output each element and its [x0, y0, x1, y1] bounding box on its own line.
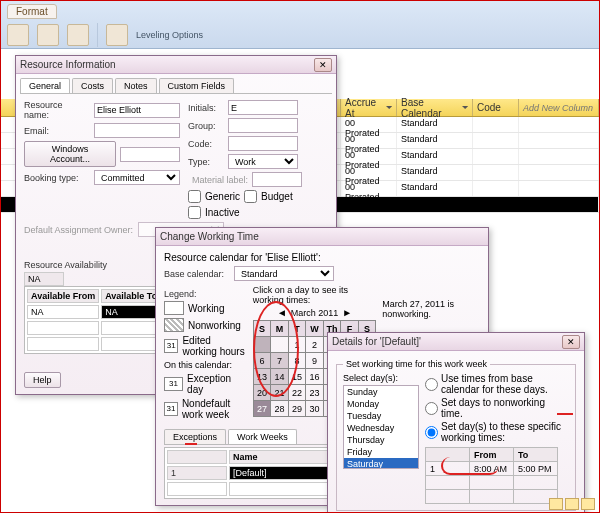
time-grid[interactable]: FromTo 18:00 AM5:00 PM: [425, 447, 558, 504]
tab-custom[interactable]: Custom Fields: [159, 78, 235, 93]
next-month-icon[interactable]: ►: [342, 307, 352, 318]
ribbon-tab-format[interactable]: Format: [7, 4, 57, 19]
tab-notes[interactable]: Notes: [115, 78, 157, 93]
radio-base[interactable]: [425, 378, 438, 391]
col-basecal[interactable]: Base Calendar: [397, 99, 473, 116]
leg-nonworking: Nonworking: [188, 320, 241, 331]
leg-exception: Exception day: [187, 373, 247, 395]
generic-check[interactable]: [188, 190, 201, 203]
budget-check[interactable]: [244, 190, 257, 203]
basecal-label: Base calendar:: [164, 269, 230, 279]
generic-label: Generic: [205, 191, 240, 202]
radio-nonworking[interactable]: [425, 402, 438, 415]
tab-general[interactable]: General: [20, 78, 70, 93]
ribbon-icon[interactable]: [67, 24, 89, 46]
budget-label: Budget: [261, 191, 293, 202]
leveling-options-icon[interactable]: [106, 24, 128, 46]
view-icon[interactable]: [581, 498, 595, 510]
prev-month-icon[interactable]: ◄: [277, 307, 287, 318]
inactive-check[interactable]: [188, 206, 201, 219]
ribbon: Format Leveling Options: [1, 1, 599, 49]
inactive-label: Inactive: [205, 207, 239, 218]
details-dialog: Details for '[Default]' ✕ Set working ti…: [327, 332, 585, 513]
fieldset-legend: Set working time for this work week: [343, 359, 490, 369]
group-field[interactable]: [228, 118, 298, 133]
email-label: Email:: [24, 126, 90, 136]
initials-label: Initials:: [188, 103, 224, 113]
type-select[interactable]: Work: [228, 154, 298, 169]
dialog-title: Change Working Time: [160, 231, 259, 242]
rescal-label: Resource calendar for 'Elise Elliott':: [164, 252, 480, 263]
name-label: Resource name:: [24, 100, 90, 120]
matlabel-field: [252, 172, 302, 187]
leveling-options-label: Leveling Options: [136, 30, 203, 40]
ribbon-icon[interactable]: [7, 24, 29, 46]
view-icon[interactable]: [549, 498, 563, 510]
close-icon[interactable]: ✕: [562, 335, 580, 349]
ribbon-icon[interactable]: [37, 24, 59, 46]
leg-edited: Edited working hours: [182, 335, 246, 357]
month-label: March 2011: [291, 308, 339, 318]
group-label: Group:: [188, 121, 224, 131]
tab-exceptions[interactable]: Exceptions: [164, 429, 226, 444]
close-icon[interactable]: ✕: [314, 58, 332, 72]
dialog-title: Resource Information: [20, 59, 116, 70]
resource-name-field[interactable]: [94, 103, 180, 118]
code-field[interactable]: [228, 136, 298, 151]
col-addnew[interactable]: Add New Column: [519, 99, 599, 116]
legend-label: Legend:: [164, 289, 247, 299]
booking-select[interactable]: Committed: [94, 170, 180, 185]
na-cell: NA: [24, 272, 64, 286]
col-code[interactable]: Code: [473, 99, 519, 116]
statusbar: [549, 498, 595, 510]
radio-nonworking-label: Set days to nonworking time.: [441, 397, 569, 419]
winacct-field[interactable]: [120, 147, 180, 162]
radio-base-label: Use times from base calendar for these d…: [441, 373, 569, 395]
dao-label: Default Assignment Owner:: [24, 225, 134, 235]
windows-account-button[interactable]: Windows Account...: [24, 141, 116, 167]
dialog-title: Details for '[Default]': [332, 336, 421, 347]
radio-specific[interactable]: [425, 426, 438, 439]
code-label: Code:: [188, 139, 224, 149]
col-accrue[interactable]: Accrue At: [341, 99, 397, 116]
leg-nondefault: Nondefault work week: [182, 398, 247, 420]
matlabel: Material label:: [188, 175, 248, 185]
booking-label: Booking type:: [24, 173, 90, 183]
selectdays-label: Select day(s):: [343, 373, 419, 383]
radio-specific-label: Set day(s) to these specific working tim…: [441, 421, 569, 443]
basecal-select[interactable]: Standard: [234, 266, 334, 281]
type-label: Type:: [188, 157, 224, 167]
tab-costs[interactable]: Costs: [72, 78, 113, 93]
click-label: Click on a day to see its working times:: [253, 285, 377, 305]
help-button[interactable]: Help: [24, 372, 61, 388]
view-icon[interactable]: [565, 498, 579, 510]
leg-onthis: On this calendar:: [164, 360, 247, 370]
leg-working: Working: [188, 303, 225, 314]
day-list[interactable]: SundayMondayTuesdayWednesdayThursdayFrid…: [343, 385, 419, 469]
tab-workweeks[interactable]: Work Weeks: [228, 429, 297, 444]
initials-field[interactable]: [228, 100, 298, 115]
email-field[interactable]: [94, 123, 180, 138]
